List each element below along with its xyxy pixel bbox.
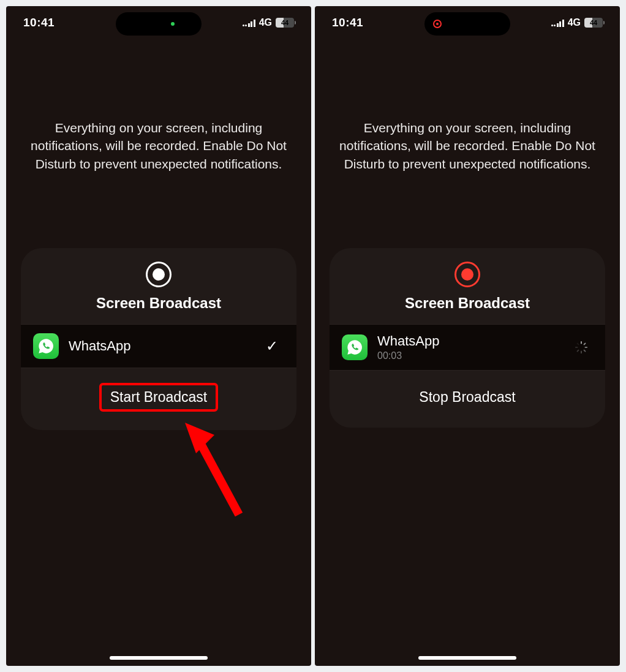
loading-spinner-icon (575, 341, 588, 354)
network-label: 4G (568, 17, 581, 28)
svg-rect-5 (581, 351, 582, 354)
app-text: WhatsApp 00:03 (377, 333, 565, 361)
battery-icon: 44 (584, 18, 603, 28)
network-label: 4G (259, 17, 272, 28)
annotation-arrow-icon (178, 417, 251, 521)
recording-indicator-icon (433, 20, 442, 28)
app-name: WhatsApp (377, 333, 565, 349)
record-icon (146, 262, 172, 287)
recording-disclaimer: Everything on your screen, including not… (25, 119, 293, 173)
broadcast-app-row[interactable]: WhatsApp 00:03 (330, 324, 605, 371)
action-row: Stop Broadcast (330, 371, 605, 428)
broadcast-timer: 00:03 (377, 350, 565, 361)
dynamic-island (116, 12, 202, 36)
battery-level: 44 (590, 19, 597, 26)
svg-rect-6 (576, 349, 579, 352)
broadcast-card: Screen Broadcast WhatsApp 00:03 (330, 248, 605, 428)
phone-left: 10:41 4G 44 Everything on your screen, i… (6, 6, 311, 666)
stop-broadcast-button[interactable]: Stop Broadcast (410, 385, 524, 409)
whatsapp-icon (342, 334, 368, 360)
status-right: 4G 44 (214, 17, 294, 28)
record-icon (454, 262, 480, 287)
card-title: Screen Broadcast (21, 295, 296, 312)
status-bar: 10:41 4G 44 (6, 6, 311, 39)
svg-line-0 (196, 435, 239, 515)
action-row: Start Broadcast (21, 368, 296, 430)
app-text: WhatsApp (69, 338, 256, 354)
battery-level: 44 (281, 19, 288, 26)
svg-rect-7 (575, 347, 578, 348)
broadcast-card: Screen Broadcast WhatsApp ✓ Start Broadc… (21, 248, 296, 430)
home-indicator[interactable] (418, 656, 516, 660)
recording-disclaimer: Everything on your screen, including not… (333, 119, 601, 173)
card-title: Screen Broadcast (330, 295, 605, 312)
card-header: Screen Broadcast (21, 248, 296, 324)
signal-bars-icon (243, 18, 255, 27)
status-time: 10:41 (332, 16, 393, 29)
broadcast-app-row[interactable]: WhatsApp ✓ (21, 324, 296, 368)
card-header: Screen Broadcast (330, 248, 605, 324)
privacy-indicator-dot (171, 22, 175, 26)
signal-bars-icon (551, 18, 564, 27)
whatsapp-icon (33, 333, 59, 359)
start-broadcast-button[interactable]: Start Broadcast (99, 383, 219, 412)
status-right: 4G 44 (523, 17, 603, 28)
svg-rect-1 (581, 341, 582, 344)
battery-icon: 44 (276, 18, 294, 28)
status-time: 10:41 (23, 16, 85, 29)
status-bar: 10:41 4G 44 (315, 6, 620, 39)
svg-rect-3 (585, 347, 588, 348)
phone-right: 10:41 4G 44 Everything on your screen, i… (315, 6, 620, 666)
checkmark-icon: ✓ (266, 338, 278, 355)
svg-rect-8 (576, 342, 579, 345)
svg-rect-4 (583, 349, 586, 352)
svg-rect-2 (583, 342, 586, 345)
app-name: WhatsApp (69, 338, 256, 354)
dynamic-island[interactable] (424, 12, 510, 36)
home-indicator[interactable] (110, 656, 208, 660)
